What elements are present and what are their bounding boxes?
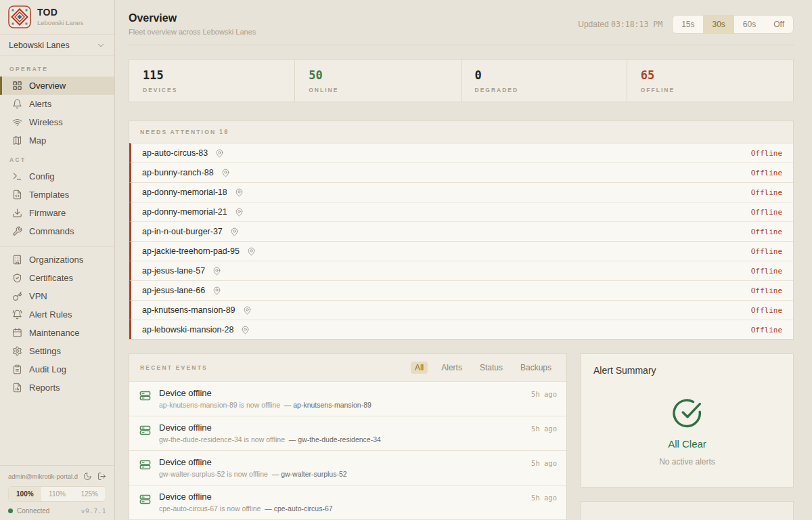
- stat-degraded: 0 DEGRADED: [461, 60, 627, 102]
- stat-online: 50 ONLINE: [295, 60, 461, 102]
- attention-row-ap-jesus-lane-57[interactable]: ap-jesus-lane-57 Offline: [129, 261, 793, 280]
- recent-events-list: Device offline ap-knutsens-mansion-89 is…: [129, 381, 566, 520]
- event-row[interactable]: Device offline gw-the-dude-residence-34 …: [129, 416, 566, 450]
- map-pin-icon: [230, 228, 239, 236]
- sidebar-item-label: Alert Rules: [29, 309, 72, 320]
- nav-divider: [0, 246, 114, 246]
- event-row[interactable]: Device offline gw-walter-surplus-52 is n…: [129, 450, 566, 485]
- sidebar-item-alert-rules[interactable]: Alert Rules: [0, 305, 114, 324]
- sidebar-item-vpn[interactable]: VPN: [0, 287, 114, 305]
- sidebar-item-settings[interactable]: Settings: [0, 342, 114, 360]
- sidebar-item-audit-log[interactable]: Audit Log: [0, 360, 114, 378]
- device-name: ap-lebowski-mansion-28: [142, 325, 233, 334]
- event-filter-backups[interactable]: Backups: [516, 362, 556, 374]
- sidebar-item-label: Maintenance: [29, 328, 79, 338]
- sidebar-item-alerts[interactable]: Alerts: [0, 95, 114, 113]
- calendar-icon: [12, 328, 22, 338]
- sidebar-item-label: Map: [29, 135, 46, 146]
- map-icon: [12, 135, 22, 146]
- zoom-option-110-[interactable]: 110%: [41, 487, 74, 501]
- device-status: Offline: [751, 149, 782, 158]
- sidebar-item-label: VPN: [29, 291, 47, 301]
- event-time: 5h ago: [531, 494, 557, 502]
- event-row[interactable]: Device offline cpe-auto-circus-67 is now…: [129, 485, 566, 519]
- event-row[interactable]: Device offline ap-knutsens-mansion-89 is…: [129, 381, 566, 416]
- moon-icon[interactable]: [83, 472, 92, 481]
- needs-attention-count: 10: [219, 129, 229, 135]
- stat-devices: 115 DEVICES: [129, 60, 295, 102]
- sidebar-item-overview[interactable]: Overview: [0, 77, 114, 95]
- event-device: — ap-knutsens-mansion-89: [284, 401, 371, 409]
- needs-attention-label: NEEDS ATTENTION 10: [140, 129, 229, 135]
- server-icon: [139, 458, 152, 471]
- sidebar-item-label: Templates: [29, 190, 69, 200]
- refresh-option-15s[interactable]: 15s: [673, 16, 703, 33]
- event-filter-status[interactable]: Status: [476, 362, 507, 374]
- device-name: ap-in-n-out-burger-37: [142, 227, 223, 236]
- event-device: — gw-walter-surplus-52: [272, 470, 347, 478]
- sidebar-item-map[interactable]: Map: [0, 131, 114, 150]
- refresh-option-60s[interactable]: 60s: [734, 16, 765, 33]
- map-pin-icon: [212, 286, 221, 295]
- sidebar-item-label: Certificates: [29, 273, 73, 283]
- sidebar-item-templates[interactable]: Templates: [0, 186, 114, 204]
- stat-value: 0: [475, 68, 613, 82]
- needs-attention-list: ap-auto-circus-83 Offline ap-bunny-ranch…: [129, 143, 793, 339]
- attention-row-ap-donny-memorial-18[interactable]: ap-donny-memorial-18 Offline: [129, 182, 793, 202]
- stats-bar: 115 DEVICES 50 ONLINE 0 DEGRADED 65 OFFL…: [129, 59, 794, 102]
- sidebar-item-config[interactable]: Config: [0, 167, 114, 186]
- zoom-option-100-[interactable]: 100%: [9, 487, 41, 501]
- zoom-option-125-[interactable]: 125%: [73, 487, 106, 501]
- sidebar-item-certificates[interactable]: Certificates: [0, 269, 114, 287]
- sidebar-item-firmware[interactable]: Firmware: [0, 204, 114, 222]
- sidebar-item-maintenance[interactable]: Maintenance: [0, 324, 114, 342]
- refresh-option-30s[interactable]: 30s: [703, 16, 734, 33]
- attention-row-ap-in-n-out-burger-37[interactable]: ap-in-n-out-burger-37 Offline: [129, 221, 793, 241]
- sidebar-item-organizations[interactable]: Organizations: [0, 251, 114, 269]
- connection-status-label: Connected: [17, 507, 49, 515]
- device-status: Offline: [751, 208, 782, 217]
- sidebar-item-reports[interactable]: Reports: [0, 378, 114, 397]
- event-title: Device offline: [159, 422, 524, 433]
- nav-section-label: OPERATE: [0, 59, 114, 77]
- wifi-icon: [12, 117, 22, 127]
- device-status: Offline: [751, 306, 782, 315]
- tod-logo-icon: [8, 5, 31, 28]
- event-filter-tabs: AllAlertsStatusBackups: [411, 362, 556, 374]
- event-time: 5h ago: [531, 425, 557, 433]
- refresh-option-off[interactable]: Off: [765, 16, 793, 33]
- attention-row-ap-knutsens-mansion-89[interactable]: ap-knutsens-mansion-89 Offline: [129, 300, 793, 320]
- nav-section-label: ACT: [0, 150, 114, 167]
- event-filter-all[interactable]: All: [411, 362, 428, 374]
- event-device: — cpe-auto-circus-67: [265, 504, 332, 513]
- attention-row-ap-auto-circus-83[interactable]: ap-auto-circus-83 Offline: [129, 143, 793, 162]
- attention-row-ap-jackie-treehorn-pad-95[interactable]: ap-jackie-treehorn-pad-95 Offline: [129, 241, 793, 261]
- attention-row-ap-bunny-ranch-88[interactable]: ap-bunny-ranch-88 Offline: [129, 162, 793, 182]
- attention-row-ap-lebowski-mansion-28[interactable]: ap-lebowski-mansion-28 Offline: [129, 320, 793, 339]
- device-name: ap-bunny-ranch-88: [142, 168, 214, 177]
- logout-icon[interactable]: [97, 472, 106, 481]
- event-description: ap-knutsens-mansion-89 is now offline — …: [159, 401, 524, 409]
- attention-row-ap-donny-memorial-21[interactable]: ap-donny-memorial-21 Offline: [129, 202, 793, 221]
- organization-selector[interactable]: Lebowski Lanes: [0, 35, 114, 56]
- shield-check-icon: [12, 273, 22, 283]
- sidebar-item-commands[interactable]: Commands: [0, 222, 114, 240]
- alert-summary-detail: No active alerts: [659, 457, 715, 467]
- main-content: Overview Fleet overview across Lebowski …: [115, 0, 812, 520]
- page-header: Overview Fleet overview across Lebowski …: [129, 12, 794, 45]
- recent-events-label: RECENT EVENTS: [140, 364, 208, 371]
- device-status: Offline: [751, 286, 782, 295]
- alert-summary-card: Alert Summary All Clear No active alerts: [581, 353, 794, 488]
- event-filter-alerts[interactable]: Alerts: [437, 362, 466, 374]
- sidebar-item-label: Commands: [29, 226, 74, 236]
- sidebar-item-label: Config: [29, 171, 55, 181]
- attention-row-ap-jesus-lane-66[interactable]: ap-jesus-lane-66 Offline: [129, 280, 793, 300]
- check-circle-icon: [672, 397, 703, 429]
- device-status: Offline: [751, 267, 782, 276]
- refresh-interval-control: 15s30s60sOff: [672, 15, 794, 34]
- alert-summary-status: All Clear: [668, 438, 706, 450]
- device-status: Offline: [751, 326, 782, 334]
- sidebar-item-wireless[interactable]: Wireless: [0, 113, 114, 131]
- device-name: ap-auto-circus-83: [142, 148, 208, 158]
- chevron-down-icon: [96, 41, 106, 50]
